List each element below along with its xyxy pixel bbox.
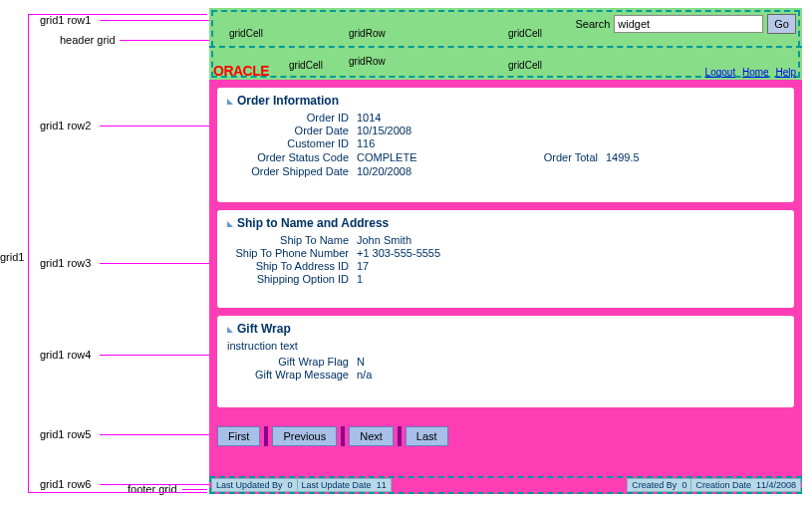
field-value: n/a xyxy=(357,369,372,381)
search-input[interactable] xyxy=(614,15,763,33)
instruction-text: instruction text xyxy=(227,340,784,352)
field-value: 10/20/2008 xyxy=(357,165,411,177)
field-label: Order Status Code xyxy=(227,151,357,163)
header-links: Logout Home Help xyxy=(701,67,796,78)
panel-title: Order Information xyxy=(237,94,339,108)
field-value: 1 xyxy=(357,273,363,285)
grid-cell: gridCell xyxy=(289,60,323,71)
field-value: COMPLETE xyxy=(357,151,417,163)
nav-row: First Previous Next Last xyxy=(217,426,448,446)
field-value: +1 303-555-5555 xyxy=(357,247,440,259)
disclosure-icon[interactable] xyxy=(227,327,233,333)
go-button[interactable]: Go xyxy=(767,14,796,34)
label-grid1: grid1 xyxy=(0,251,24,263)
label-header-grid: header grid xyxy=(60,34,116,46)
disclosure-icon[interactable] xyxy=(227,99,233,105)
panel-title: Ship to Name and Address xyxy=(237,216,389,230)
label-row2: grid1 row2 xyxy=(40,120,91,131)
field-label: Shipping Option ID xyxy=(227,273,357,285)
label-row5: grid1 row5 xyxy=(40,428,91,440)
grid1: gridCell gridRow gridCell gridCell gridR… xyxy=(209,8,802,494)
first-button[interactable]: First xyxy=(217,426,260,446)
field-label: Order ID xyxy=(227,112,357,124)
gift-panel: Gift Wrap instruction text Gift Wrap Fla… xyxy=(217,316,794,407)
field-value: 116 xyxy=(357,137,375,149)
grid-cell: gridCell xyxy=(508,28,542,39)
field-label: Gift Wrap Message xyxy=(227,369,357,381)
home-link[interactable]: Home xyxy=(742,67,769,78)
label-row4: grid1 row4 xyxy=(40,349,91,361)
label-row1: grid1 row1 xyxy=(40,14,91,26)
grid-row: gridRow xyxy=(349,28,386,39)
footer-cell: Last Updated By 0 xyxy=(211,478,298,492)
field-value: N xyxy=(357,356,365,368)
grid-cell: gridCell xyxy=(508,60,542,71)
field-label: Ship To Name xyxy=(227,234,357,246)
field-label: Order Total xyxy=(526,151,606,163)
logout-link[interactable]: Logout xyxy=(705,67,736,78)
footer-cell: Creation Date 11/4/2008 xyxy=(690,478,801,492)
field-value: John Smith xyxy=(357,234,411,246)
footer-cell: Created By 0 xyxy=(627,478,691,492)
header-grid: gridCell gridRow gridCell gridCell gridR… xyxy=(209,8,802,80)
next-button[interactable]: Next xyxy=(349,426,394,446)
ship-panel: Ship to Name and Address Ship To NameJoh… xyxy=(217,210,794,308)
grid-cell: gridCell xyxy=(229,28,263,39)
last-button[interactable]: Last xyxy=(406,426,448,446)
disclosure-icon[interactable] xyxy=(227,221,233,227)
field-label: Gift Wrap Flag xyxy=(227,356,357,368)
previous-button[interactable]: Previous xyxy=(272,426,337,446)
search-label: Search xyxy=(575,18,610,30)
help-link[interactable]: Help xyxy=(775,67,796,78)
field-label: Order Date xyxy=(227,125,357,136)
brand-logo: ORACLE xyxy=(213,63,269,79)
field-label: Ship To Address ID xyxy=(227,260,357,272)
field-value: 17 xyxy=(357,260,369,272)
field-value: 1499.5 xyxy=(606,151,640,163)
field-label: Order Shipped Date xyxy=(227,165,357,177)
order-panel: Order Information Order ID1014 Order Dat… xyxy=(217,88,794,202)
footer-cell: Last Update Date 11 xyxy=(297,478,392,492)
field-value: 1014 xyxy=(357,112,381,124)
panel-title: Gift Wrap xyxy=(237,322,291,336)
field-label: Customer ID xyxy=(227,137,357,149)
label-row3: grid1 row3 xyxy=(40,257,91,269)
footer-grid: Last Updated By 0 Last Update Date 11 Cr… xyxy=(209,478,802,494)
field-value: 10/15/2008 xyxy=(357,125,411,136)
field-label: Ship To Phone Number xyxy=(227,247,357,259)
grid-row: gridRow xyxy=(349,56,386,67)
label-row6: grid1 row6 xyxy=(40,478,91,490)
